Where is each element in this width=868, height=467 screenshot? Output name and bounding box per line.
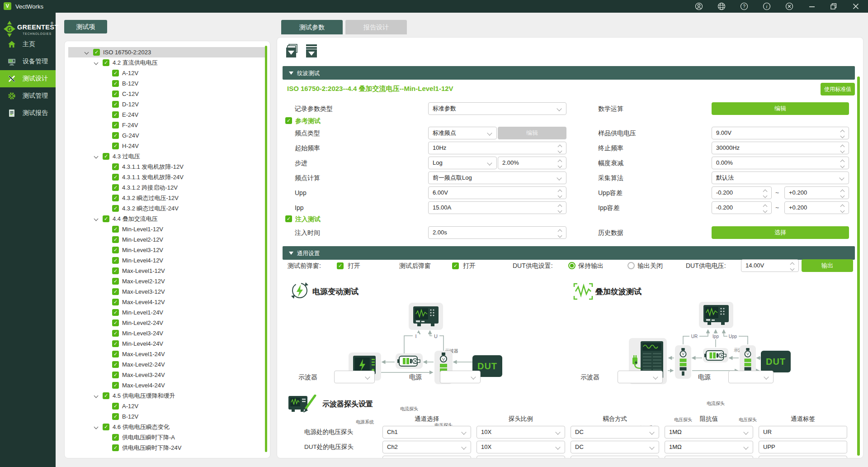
tree-item[interactable]: ✓4.2 直流供电电压 bbox=[65, 57, 270, 68]
probe-tag-input[interactable] bbox=[759, 456, 847, 458]
section-checkbox[interactable]: ✓ bbox=[285, 117, 292, 124]
left-field-2-select[interactable]: 标准频点 bbox=[428, 127, 497, 139]
close-icon[interactable] bbox=[852, 2, 860, 10]
tree-item[interactable]: ✓A-12V bbox=[65, 68, 270, 78]
stacked-pages-arrow-icon[interactable] bbox=[285, 44, 301, 59]
tree-item-checkbox[interactable]: ✓ bbox=[112, 70, 119, 76]
tree-item-checkbox[interactable]: ✓ bbox=[112, 163, 119, 170]
tree-item[interactable]: ✓Min-Level3-12V bbox=[65, 245, 270, 255]
general-settings-section-bar[interactable]: 通用设置 bbox=[283, 246, 855, 260]
left-field-9-spinner[interactable]: 2.00s bbox=[428, 226, 566, 239]
tree-item-checkbox[interactable]: ✓ bbox=[112, 434, 119, 441]
tree-item-checkbox[interactable]: ✓ bbox=[112, 382, 119, 389]
sidebar-item-manage[interactable]: 测试管理 bbox=[0, 87, 56, 105]
tree-item[interactable]: ✓Min-Level2-24V bbox=[65, 318, 270, 328]
tree-item[interactable]: ✓Min-Level2-12V bbox=[65, 234, 270, 245]
probe-cell-select[interactable]: Ch2 bbox=[382, 441, 471, 453]
tree-item-checkbox[interactable]: ✓ bbox=[112, 278, 119, 285]
tab-report-design[interactable]: 报告设计 bbox=[345, 20, 407, 34]
right-field-6-low-input[interactable]: -0.200 bbox=[712, 201, 772, 214]
probe-cell-select[interactable] bbox=[476, 456, 565, 458]
tree-item[interactable]: ✓F-24V bbox=[65, 120, 270, 130]
tree-item[interactable]: ✓Max-Level3-12V bbox=[65, 286, 270, 297]
probe-cell-select[interactable]: 1MΩ bbox=[665, 441, 753, 453]
tree-item-checkbox[interactable]: ✓ bbox=[103, 424, 109, 430]
tree-item-checkbox[interactable]: ✓ bbox=[112, 372, 119, 378]
tree-item[interactable]: ✓Max-Level2-12V bbox=[65, 276, 270, 286]
right-field-6-high-input[interactable]: +0.200 bbox=[784, 201, 849, 214]
right-field-4-select[interactable]: 默认法 bbox=[712, 172, 849, 184]
about-icon[interactable]: i bbox=[763, 2, 771, 10]
section-checkbox[interactable]: ✓ bbox=[285, 215, 292, 222]
use-standard-values-button[interactable]: 使用标准值 bbox=[821, 83, 855, 95]
power-select[interactable] bbox=[440, 371, 481, 383]
tree-item-checkbox[interactable]: ✓ bbox=[103, 153, 109, 160]
right-field-2-spinner[interactable]: 30000Hz bbox=[712, 142, 849, 154]
offline-icon[interactable] bbox=[785, 2, 793, 10]
left-field-6-spinner[interactable]: 6.00V bbox=[428, 186, 566, 199]
tree-item-checkbox[interactable]: ✓ bbox=[112, 413, 119, 420]
tree-item[interactable]: ✓A-12V bbox=[65, 401, 270, 411]
tree-item[interactable]: ✓4.3.1.2 跨接启动-12V bbox=[65, 182, 270, 193]
tree-item-checkbox[interactable]: ✓ bbox=[112, 247, 119, 253]
left-field-4-select[interactable]: Log bbox=[428, 157, 497, 169]
probe-cell-select[interactable] bbox=[665, 456, 753, 458]
help-icon[interactable]: ? bbox=[740, 2, 748, 10]
tree-item[interactable]: ✓Max-Level3-24V bbox=[65, 370, 270, 380]
chevron-down-icon[interactable] bbox=[94, 217, 98, 221]
tree-item[interactable]: ✓Min-Level1-24V bbox=[65, 307, 270, 318]
page-arrow-icon[interactable] bbox=[305, 44, 321, 59]
tree-item[interactable]: ✓Min-Level3-24V bbox=[65, 328, 270, 338]
right-field-1-spinner[interactable]: 9.00V bbox=[712, 127, 849, 139]
tree-item[interactable]: ✓Min-Level4-12V bbox=[65, 255, 270, 266]
tree-item[interactable]: ✓G-24V bbox=[65, 130, 270, 141]
tree-item[interactable]: ✓4.6 供电电压瞬态变化 bbox=[65, 422, 270, 432]
sidebar-item-design[interactable]: 测试设计 bbox=[0, 70, 56, 87]
tree-item-checkbox[interactable]: ✓ bbox=[112, 309, 119, 316]
left-field-2-edit-button[interactable]: 编辑 bbox=[498, 127, 566, 139]
probe-cell-select[interactable]: DC bbox=[571, 426, 659, 438]
tree-item-checkbox[interactable]: ✓ bbox=[112, 236, 119, 243]
ripple-test-section-bar[interactable]: 纹波测试 bbox=[283, 66, 855, 80]
tree-item-checkbox[interactable]: ✓ bbox=[112, 288, 119, 295]
sidebar-item-home[interactable]: 主页 bbox=[0, 36, 56, 53]
network-icon[interactable] bbox=[717, 2, 726, 10]
pre-test-popup-checkbox[interactable]: ✓ bbox=[337, 262, 344, 269]
probe-cell-select[interactable] bbox=[571, 456, 659, 458]
probe-cell-select[interactable]: 10X bbox=[476, 441, 565, 453]
tab-test-parameters[interactable]: 测试参数 bbox=[281, 20, 343, 34]
right-field-0-button[interactable]: 编辑 bbox=[712, 102, 849, 115]
tree-item[interactable]: ✓D-12V bbox=[65, 99, 270, 110]
chevron-down-icon[interactable] bbox=[94, 61, 98, 65]
tree-item[interactable]: ✓Max-Level1-24V bbox=[65, 349, 270, 359]
tree-item[interactable]: ✓B-12V bbox=[65, 78, 270, 89]
tree-item-checkbox[interactable]: ✓ bbox=[103, 59, 109, 66]
tree-item-checkbox[interactable]: ✓ bbox=[112, 122, 119, 129]
right-field-3-spinner[interactable]: 0.00% bbox=[712, 157, 849, 169]
scope-select[interactable] bbox=[334, 371, 375, 383]
tree-item[interactable]: ✓Max-Level4-12V bbox=[65, 297, 270, 307]
tree-item-checkbox[interactable]: ✓ bbox=[112, 299, 119, 305]
tree-item[interactable]: ✓H-24V bbox=[65, 141, 270, 151]
tree-item[interactable]: ✓4.3.1.1 发电机故障-12V bbox=[65, 162, 270, 172]
user-icon[interactable] bbox=[695, 2, 703, 10]
sidebar-item-device[interactable]: 设备管理 bbox=[0, 53, 56, 70]
left-field-0-select[interactable]: 标准参数 bbox=[428, 102, 566, 115]
tree-item[interactable]: ✓4.5 供电电压缓降和缓升 bbox=[65, 391, 270, 401]
chevron-down-icon[interactable] bbox=[94, 155, 98, 159]
probe-cell-select[interactable]: 10X bbox=[476, 426, 565, 438]
tree-item[interactable]: ✓供电电压瞬时下降-A bbox=[65, 432, 270, 443]
tree-item-checkbox[interactable]: ✓ bbox=[112, 403, 119, 410]
power-select[interactable] bbox=[728, 371, 774, 383]
tree-item[interactable]: ✓4.3 过电压 bbox=[65, 151, 270, 162]
tree-item-checkbox[interactable]: ✓ bbox=[112, 101, 119, 108]
left-field-7-spinner[interactable]: 15.00A bbox=[428, 201, 566, 214]
tree-item-checkbox[interactable]: ✓ bbox=[112, 174, 119, 181]
tree-item[interactable]: ✓4.4 叠加交流电压 bbox=[65, 214, 270, 224]
test-items-header-button[interactable]: 测试项 bbox=[64, 20, 107, 33]
dut-voltage-input[interactable]: 14.00V bbox=[741, 259, 799, 272]
tree-item-checkbox[interactable]: ✓ bbox=[112, 340, 119, 347]
tree-item-checkbox[interactable]: ✓ bbox=[112, 91, 119, 97]
tree-item-checkbox[interactable]: ✓ bbox=[112, 444, 119, 451]
tree-item[interactable]: ✓Max-Level1-12V bbox=[65, 266, 270, 276]
